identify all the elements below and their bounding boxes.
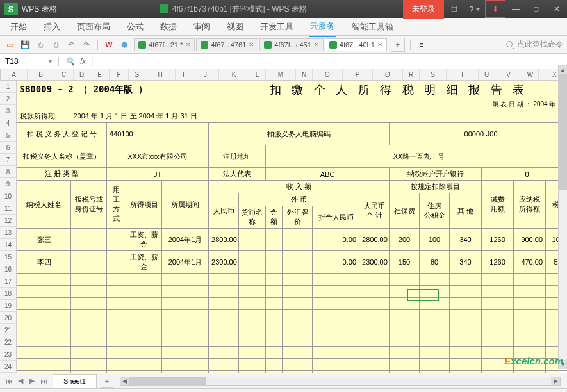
row-header-11[interactable]: 11 (0, 202, 17, 215)
close-tab-icon[interactable]: ✕ (249, 41, 254, 48)
col-header-P[interactable]: P (343, 69, 373, 80)
row-header-6[interactable]: 6 (0, 142, 17, 154)
scroll-up-icon[interactable]: ▲ (559, 65, 567, 74)
row-header-5[interactable]: 5 (0, 129, 17, 142)
menu-tab-7[interactable]: 开发工具 (259, 17, 295, 37)
save-icon[interactable]: 💾 (19, 39, 31, 51)
doc-tab-2[interactable]: 4f67f...c451✕ (259, 38, 324, 51)
command-search[interactable]: 点此查找命令 (505, 39, 563, 50)
add-tab-button[interactable]: + (391, 38, 405, 52)
vscroll-thumb[interactable] (559, 74, 567, 190)
menu-tab-0[interactable]: 开始 (9, 17, 28, 37)
new-icon[interactable]: ▭ (4, 39, 15, 51)
menu-tab-3[interactable]: 公式 (126, 17, 145, 37)
spreadsheet[interactable]: ABCDEFGHIJKLMNOPQRSTUVWXYZ 1234567891011… (0, 69, 567, 373)
menu-tab-8[interactable]: 云服务 (309, 17, 336, 37)
cell-reference-box[interactable]: T18 ▼ (0, 57, 59, 66)
blank-row[interactable] (17, 322, 568, 334)
redo-icon[interactable]: ↷ (81, 39, 92, 51)
col-header-A[interactable]: A (1, 69, 28, 80)
blank-row[interactable] (17, 298, 568, 310)
col-header-V[interactable]: V (495, 69, 522, 80)
scroll-right-icon[interactable]: ▶ (551, 377, 560, 385)
row-header-23[interactable]: 23 (0, 348, 17, 361)
vertical-scrollbar[interactable]: ▲ ▼ (558, 65, 567, 369)
row-header-2[interactable]: 2 (0, 93, 17, 105)
close-tab-icon[interactable]: ✕ (314, 41, 319, 48)
last-sheet-icon[interactable]: ⏭ (38, 376, 49, 386)
col-header-K[interactable]: K (219, 69, 249, 80)
menu-tab-5[interactable]: 审阅 (192, 17, 211, 37)
cube-icon[interactable]: ⬢ (119, 39, 130, 51)
fx-area[interactable]: 🔍 fx (59, 57, 93, 66)
row-header-15[interactable]: 15 (0, 251, 17, 263)
row-header-9[interactable]: 9 (0, 178, 17, 190)
hscroll-thumb[interactable] (129, 377, 206, 385)
maximize-button[interactable]: □ (526, 0, 546, 18)
row-header-8[interactable]: 8 (0, 166, 17, 178)
col-header-B[interactable]: B (28, 69, 54, 80)
row-header-16[interactable]: 16 (0, 263, 17, 275)
col-header-Q[interactable]: Q (373, 69, 403, 80)
row-header-19[interactable]: 19 (0, 300, 17, 312)
doc-tab-1[interactable]: 4f67...4761✕ (196, 38, 258, 51)
prev-sheet-icon[interactable]: ◀ (15, 376, 26, 386)
doc-tab-0[interactable]: 4f67f...21 *✕ (134, 38, 195, 51)
blank-row[interactable] (17, 310, 568, 322)
row-header-7[interactable]: 7 (0, 154, 17, 166)
col-header-U[interactable]: U (479, 69, 495, 80)
row-header-12[interactable]: 12 (0, 215, 17, 227)
next-sheet-icon[interactable]: ▶ (27, 376, 37, 386)
col-header-L[interactable]: L (249, 69, 266, 80)
menu-tab-9[interactable]: 智能工具箱 (350, 17, 395, 37)
col-header-N[interactable]: N (296, 69, 313, 80)
menu-tab-6[interactable]: 视图 (226, 17, 245, 37)
col-header-C[interactable]: C (54, 69, 74, 80)
close-tab-icon[interactable]: ✕ (377, 41, 382, 48)
col-header-G[interactable]: G (129, 69, 145, 80)
blank-row[interactable] (17, 371, 568, 373)
menu-tab-2[interactable]: 页面布局 (76, 17, 111, 37)
cells-area[interactable]: SB0009 - 2 （ 2004年版 ） 扣 缴 个 人 所 得 税 明 细 … (17, 81, 567, 373)
data-row-0[interactable]: 张三工资、薪金2004年1月2800.000.002800.0020010034… (17, 229, 568, 251)
horizontal-scrollbar[interactable]: ◀ ▶ (120, 377, 561, 386)
col-header-O[interactable]: O (313, 69, 343, 80)
col-header-J[interactable]: J (192, 69, 219, 80)
w-icon[interactable]: W (103, 39, 115, 51)
login-button[interactable]: 未登录 (403, 0, 444, 19)
blank-row[interactable] (17, 347, 568, 359)
col-header-M[interactable]: M (266, 69, 296, 80)
col-header-F[interactable]: F (110, 69, 129, 80)
blank-row[interactable] (17, 359, 568, 371)
row-header-18[interactable]: 18 (0, 288, 17, 300)
row-header-1[interactable]: 1 (0, 81, 17, 93)
row-header-13[interactable]: 13 (0, 227, 17, 239)
row-header-14[interactable]: 14 (0, 239, 17, 251)
print-icon[interactable]: ⎙ (35, 39, 46, 51)
menu-tab-1[interactable]: 插入 (42, 17, 62, 37)
row-header-4[interactable]: 4 (0, 117, 17, 129)
close-tab-icon[interactable]: ✕ (185, 41, 190, 48)
row-header-24[interactable]: 24 (0, 361, 17, 373)
blank-row[interactable] (17, 334, 568, 347)
col-header-T[interactable]: T (447, 69, 479, 80)
menu-icon[interactable]: ≡ (416, 39, 427, 51)
row-header-17[interactable]: 17 (0, 275, 17, 288)
scroll-left-icon[interactable]: ◀ (120, 377, 129, 385)
minimize-button[interactable]: — (505, 0, 526, 18)
blank-row[interactable] (17, 286, 568, 298)
col-header-E[interactable]: E (90, 69, 110, 80)
doc-tab-3[interactable]: 4f67...40b1✕ (325, 38, 387, 51)
col-header-W[interactable]: W (522, 69, 539, 80)
undo-icon[interactable]: ↶ (65, 39, 77, 51)
sheet-tab-1[interactable]: Sheet1 (53, 374, 97, 388)
col-header-I[interactable]: I (176, 69, 192, 80)
row-header-20[interactable]: 20 (0, 312, 17, 324)
menu-tab-4[interactable]: 数据 (159, 17, 178, 37)
data-row-1[interactable]: 李四工资、薪金2004年1月2300.000.002300.0015080340… (17, 251, 568, 274)
col-header-S[interactable]: S (420, 69, 447, 80)
row-header-10[interactable]: 10 (0, 190, 17, 202)
download-button[interactable]: ⬇ (485, 0, 505, 18)
row-header-3[interactable]: 3 (0, 105, 17, 117)
col-header-D[interactable]: D (74, 69, 90, 80)
